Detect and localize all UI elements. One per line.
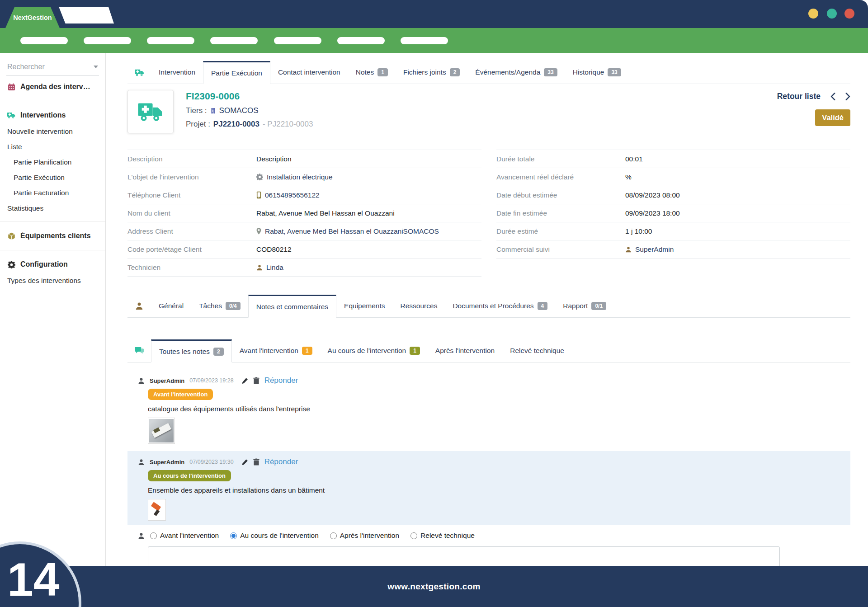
section-tabs: Général Tâches0/4 Notes et commentaires … bbox=[127, 295, 850, 318]
person-icon bbox=[256, 264, 263, 271]
sidebar-item-types-des-interventions[interactable]: Types des interventions bbox=[0, 273, 105, 288]
comment-item: SuperAdmin 07/09/2023 19:28 Réponder Ava… bbox=[127, 370, 850, 448]
sidebar: Rechercher Agenda des interve... Interve… bbox=[0, 53, 106, 607]
radio-au-cours-intervention[interactable]: Au cours de l'intervention bbox=[230, 532, 319, 540]
nav-pill-placeholder[interactable] bbox=[84, 37, 131, 44]
tab-documents-et-procedures[interactable]: Documents et Procédures4 bbox=[445, 295, 555, 317]
comment-author: SuperAdmin bbox=[150, 459, 184, 466]
person-icon bbox=[127, 295, 151, 317]
nav-pill-placeholder[interactable] bbox=[337, 37, 385, 44]
nav-pill-placeholder[interactable] bbox=[274, 37, 321, 44]
radio-input[interactable] bbox=[330, 532, 337, 539]
radio-releve-technique[interactable]: Relevé technique bbox=[410, 532, 475, 540]
nav-pill-placeholder[interactable] bbox=[401, 37, 448, 44]
sidebar-item-label: Agenda des interve... bbox=[20, 83, 93, 91]
sidebar-item-statistiques[interactable]: Statistiques bbox=[0, 201, 105, 216]
tab-evenements-agenda[interactable]: Événements/Agenda33 bbox=[467, 61, 565, 84]
tab-toutes-les-notes[interactable]: Toutes les notes2 bbox=[151, 339, 232, 362]
reply-link[interactable]: Réponder bbox=[264, 376, 298, 385]
tab-fichiers-joints[interactable]: Fichiers joints2 bbox=[396, 61, 467, 84]
back-to-list-link[interactable]: Retour liste bbox=[777, 92, 821, 101]
tab-equipements[interactable]: Equipements bbox=[336, 295, 392, 317]
attachment-thumbnail[interactable] bbox=[148, 499, 166, 521]
nav-pill-placeholder[interactable] bbox=[210, 37, 258, 44]
sidebar-item-partie-execution[interactable]: Partie Exécution bbox=[0, 170, 105, 185]
truck-icon bbox=[7, 112, 15, 119]
tiers-value[interactable]: SOMACOS bbox=[219, 106, 259, 115]
traffic-light-red[interactable] bbox=[844, 9, 854, 19]
trash-icon[interactable] bbox=[253, 458, 259, 466]
gear-icon bbox=[256, 174, 263, 180]
note-type-badge: Avant l'intervention bbox=[148, 389, 213, 400]
radio-input[interactable] bbox=[230, 532, 237, 539]
detail-row: L'objet de l'intervention Installation é… bbox=[127, 168, 481, 186]
tab-ressources[interactable]: Ressources bbox=[393, 295, 445, 317]
traffic-light-yellow[interactable] bbox=[808, 9, 818, 19]
count-badge: 2 bbox=[450, 68, 460, 76]
truck-icon bbox=[127, 61, 151, 84]
intervention-tabs: Intervention Partie Exécution Contact in… bbox=[127, 61, 850, 84]
divider bbox=[0, 101, 105, 101]
detail-row: Avancement réel déclaré% bbox=[496, 168, 850, 186]
sidebar-item-partie-planification[interactable]: Partie Planification bbox=[0, 155, 105, 170]
radio-avant-intervention[interactable]: Avant l'intervention bbox=[150, 532, 219, 540]
tab-partie-execution[interactable]: Partie Exécution bbox=[203, 61, 270, 84]
count-badge: 4 bbox=[538, 302, 548, 310]
radio-input[interactable] bbox=[410, 532, 417, 539]
count-badge: 0/4 bbox=[226, 302, 241, 310]
detail-row: Address Client Rabat, Avenue Med Bel Has… bbox=[127, 222, 481, 240]
radio-input[interactable] bbox=[150, 532, 157, 539]
tab-intervention[interactable]: Intervention bbox=[151, 61, 203, 84]
chevron-right-icon[interactable] bbox=[845, 93, 850, 100]
attachment-thumbnail[interactable] bbox=[148, 418, 175, 444]
tab-taches[interactable]: Tâches0/4 bbox=[191, 295, 248, 317]
phone-icon bbox=[256, 191, 261, 199]
sidebar-item-agenda[interactable]: Agenda des interve... bbox=[0, 78, 105, 95]
tab-contact-intervention[interactable]: Contact intervention bbox=[270, 61, 348, 84]
edit-icon[interactable] bbox=[241, 377, 248, 384]
detail-row: Nom du clientRabat, Avenue Med Bel Hassa… bbox=[127, 204, 481, 222]
main-menu-bar bbox=[0, 28, 868, 53]
gear-icon bbox=[7, 261, 15, 268]
reply-link[interactable]: Réponder bbox=[264, 457, 298, 466]
secondary-tab-placeholder[interactable] bbox=[59, 7, 114, 24]
tab-avant-intervention[interactable]: Avant l'intervention1 bbox=[232, 339, 320, 362]
chevron-left-icon[interactable] bbox=[830, 93, 835, 100]
tab-notes-et-commentaires[interactable]: Notes et commentaires bbox=[248, 295, 336, 318]
sidebar-item-nouvelle-intervention[interactable]: Nouvelle intervention bbox=[0, 124, 105, 139]
sidebar-item-configuration[interactable]: Configuration bbox=[0, 256, 105, 273]
nav-pill-placeholder[interactable] bbox=[147, 37, 194, 44]
tab-historique[interactable]: Historique33 bbox=[565, 61, 629, 84]
brand-tab[interactable]: NextGestion bbox=[5, 7, 60, 28]
sidebar-item-equipements-clients[interactable]: Équipements clients bbox=[0, 227, 105, 245]
detail-row: Date fin estimée09/09/2023 18:00 bbox=[496, 204, 850, 222]
building-icon bbox=[210, 107, 216, 114]
title-bar: NextGestion bbox=[0, 0, 868, 28]
tab-notes[interactable]: Notes1 bbox=[348, 61, 396, 84]
count-badge: 1 bbox=[302, 347, 312, 355]
tab-apres-intervention[interactable]: Après l'intervention bbox=[428, 339, 502, 362]
note-type-selector: Avant l'intervention Au cours de l'inter… bbox=[127, 532, 850, 540]
sidebar-item-partie-facturation[interactable]: Partie Facturation bbox=[0, 185, 105, 201]
note-type-badge: Au cours de l'intervention bbox=[148, 470, 231, 481]
traffic-light-green[interactable] bbox=[827, 9, 837, 19]
avatar bbox=[138, 377, 145, 384]
status-badge-valide[interactable]: Validé bbox=[815, 109, 850, 126]
tab-au-cours-intervention[interactable]: Au cours de l'intervention1 bbox=[320, 339, 428, 362]
radio-apres-intervention[interactable]: Après l'intervention bbox=[330, 532, 399, 540]
truck-icon bbox=[138, 101, 163, 122]
nav-pill-placeholder[interactable] bbox=[20, 37, 68, 44]
trash-icon[interactable] bbox=[253, 377, 259, 384]
edit-icon[interactable] bbox=[241, 459, 248, 466]
tab-releve-technique[interactable]: Relevé technique bbox=[502, 339, 572, 362]
project-code[interactable]: PJ2210-0003 bbox=[213, 120, 259, 129]
sidebar-item-interventions[interactable]: Interventions bbox=[0, 107, 105, 124]
chevron-down-icon bbox=[94, 66, 98, 68]
detail-row: Code porte/étage ClientCOD80212 bbox=[127, 240, 481, 259]
record-thumbnail bbox=[127, 90, 174, 133]
sidebar-item-liste[interactable]: Liste bbox=[0, 139, 105, 155]
search-input[interactable]: Rechercher bbox=[6, 60, 99, 75]
tab-general[interactable]: Général bbox=[151, 295, 191, 317]
tab-rapport[interactable]: Rapport0/1 bbox=[555, 295, 614, 317]
sidebar-item-label: Équipements clients bbox=[20, 232, 91, 240]
